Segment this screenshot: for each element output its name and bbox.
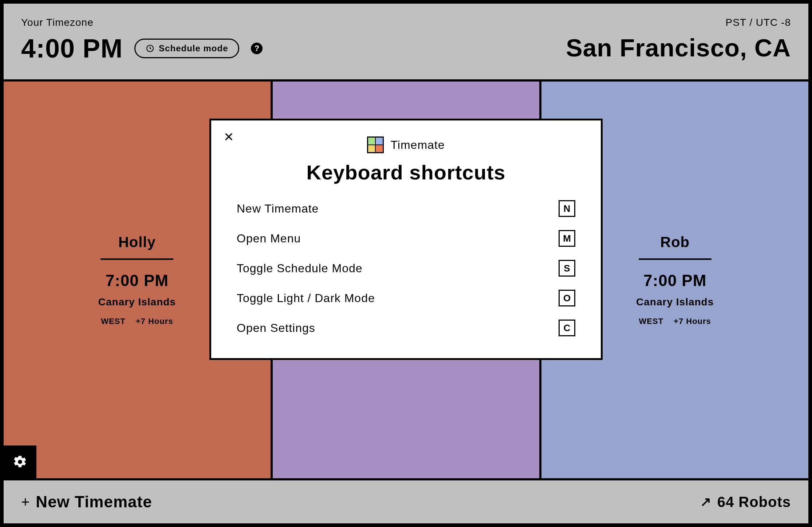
card-tz-row: WEST +7 Hours — [101, 317, 173, 326]
shortcut-key: C — [559, 320, 575, 336]
footer: + New Timemate ↗ 64 Robots — [4, 480, 808, 523]
help-button[interactable]: ? — [251, 43, 263, 54]
card-location: Canary Islands — [98, 296, 176, 308]
schedule-mode-label: Schedule mode — [159, 43, 228, 54]
shortcut-row: Open Settings C — [233, 320, 579, 336]
header: Your Timezone 4:00 PM Schedule mode ? PS… — [4, 4, 808, 82]
shortcut-label: Open Menu — [237, 232, 301, 245]
shortcut-row: Open Menu M — [233, 230, 579, 247]
local-time: 4:00 PM — [21, 33, 123, 63]
plus-icon: + — [21, 494, 30, 510]
settings-button[interactable] — [4, 445, 36, 478]
card-time: 7:00 PM — [643, 272, 706, 290]
modal-title: Keyboard shortcuts — [233, 161, 579, 184]
card-time: 7:00 PM — [106, 272, 169, 290]
timemate-logo-icon — [367, 136, 384, 153]
shortcut-label: Toggle Light / Dark Mode — [237, 292, 375, 305]
header-right: PST / UTC -8 San Francisco, CA — [566, 17, 791, 63]
shortcut-key: N — [559, 200, 575, 217]
card-name: Holly — [118, 234, 156, 250]
timezone-code: PST / UTC -8 — [725, 17, 791, 28]
shortcut-key: O — [559, 290, 575, 306]
new-timemate-label: New Timemate — [36, 493, 152, 511]
card-divider — [639, 258, 712, 260]
shortcut-label: Open Settings — [237, 321, 315, 335]
robots-link[interactable]: ↗ 64 Robots — [700, 494, 791, 510]
gear-icon — [13, 455, 27, 469]
shortcut-label: New Timemate — [237, 202, 319, 215]
modal-brand: Timemate — [233, 136, 579, 153]
city-name: San Francisco, CA — [566, 33, 791, 62]
card-divider — [100, 258, 173, 260]
clock-icon — [146, 44, 154, 53]
schedule-mode-button[interactable]: Schedule mode — [134, 39, 239, 58]
your-timezone-label: Your Timezone — [21, 17, 263, 28]
shortcut-label: Toggle Schedule Mode — [237, 262, 363, 275]
card-tz: WEST — [639, 317, 664, 326]
question-icon: ? — [255, 44, 259, 53]
card-location: Canary Islands — [636, 296, 714, 308]
close-icon: ✕ — [224, 130, 234, 144]
arrow-up-right-icon: ↗ — [700, 494, 712, 510]
time-row: 4:00 PM Schedule mode ? — [21, 33, 263, 63]
card-offset: +7 Hours — [674, 317, 711, 326]
shortcut-row: Toggle Light / Dark Mode O — [233, 290, 579, 306]
shortcut-key: M — [559, 230, 575, 247]
keyboard-shortcuts-modal: ✕ Timemate Keyboard shortcuts New Timema… — [209, 119, 603, 360]
shortcut-row: New Timemate N — [233, 200, 579, 217]
robots-label: 64 Robots — [717, 494, 791, 510]
card-offset: +7 Hours — [136, 317, 173, 326]
header-left: Your Timezone 4:00 PM Schedule mode ? — [21, 17, 263, 63]
card-name: Rob — [660, 234, 690, 250]
card-tz-row: WEST +7 Hours — [639, 317, 711, 326]
card-tz: WEST — [101, 317, 126, 326]
shortcut-row: Toggle Schedule Mode S — [233, 260, 579, 277]
close-button[interactable]: ✕ — [224, 131, 234, 143]
brand-name: Timemate — [390, 138, 445, 152]
shortcut-key: S — [559, 260, 575, 277]
new-timemate-button[interactable]: + New Timemate — [21, 493, 152, 511]
app-frame: Your Timezone 4:00 PM Schedule mode ? PS… — [0, 0, 812, 527]
